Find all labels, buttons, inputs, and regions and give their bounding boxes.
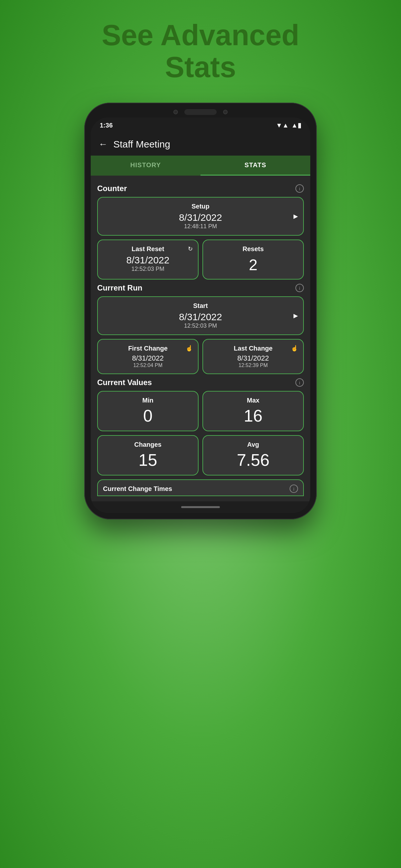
avg-label: Avg [208, 441, 298, 448]
tab-bar: HISTORY STATS [91, 156, 310, 176]
min-label: Min [103, 397, 193, 404]
max-label: Max [208, 397, 298, 404]
first-change-label: First Change [103, 345, 193, 352]
phone-speaker [184, 109, 217, 115]
headline-line1: See Advanced [102, 19, 299, 51]
min-value: 0 [103, 406, 193, 426]
last-change-time: 12:52:39 PM [208, 363, 298, 368]
last-reset-card[interactable]: ↻ Last Reset 8/31/2022 12:52:03 PM [97, 240, 198, 280]
current-change-times-partial: Current Change Times i [97, 479, 304, 496]
current-run-info-icon[interactable]: i [296, 284, 304, 292]
current-values-section-header: Current Values i [97, 378, 304, 387]
status-icons: ▼▲ ▲▮ [276, 121, 301, 129]
phone-screen: 1:36 ▼▲ ▲▮ ← Staff Meeting HISTORY STATS [91, 118, 310, 513]
setup-arrow-icon: ▶ [294, 213, 298, 220]
setup-time: 12:48:11 PM [103, 223, 298, 230]
back-button[interactable]: ← [98, 139, 107, 150]
start-label: Start [103, 302, 298, 310]
current-change-times-info-icon[interactable]: i [289, 485, 298, 493]
changes-avg-row: Changes 15 Avg 7.56 [97, 435, 304, 475]
last-reset-label: Last Reset [103, 245, 193, 253]
camera-dot-right [223, 110, 227, 114]
tab-stats[interactable]: STATS [201, 156, 310, 176]
reset-icon: ↻ [188, 245, 193, 252]
min-card[interactable]: Min 0 [97, 391, 198, 431]
current-change-times-label: Current Change Times [103, 485, 172, 493]
avg-card[interactable]: Avg 7.56 [203, 435, 304, 475]
start-time: 12:52:03 PM [103, 322, 298, 329]
last-reset-date: 8/31/2022 [103, 255, 193, 266]
current-run-section-header: Current Run i [97, 283, 304, 292]
phone-home-bar [91, 501, 310, 513]
page-headline: See Advanced Stats [76, 19, 325, 83]
reset-row: ↻ Last Reset 8/31/2022 12:52:03 PM Reset… [97, 240, 304, 280]
setup-card[interactable]: ▶ Setup 8/31/2022 12:48:11 PM [97, 197, 304, 236]
tab-history[interactable]: HISTORY [91, 156, 201, 176]
first-change-time: 12:52:04 PM [103, 363, 193, 368]
counter-section-header: Counter i [97, 184, 304, 193]
last-change-icon: ☝ [291, 345, 298, 352]
change-row: ☝ First Change 8/31/2022 12:52:04 PM ☝ L… [97, 339, 304, 374]
first-change-card[interactable]: ☝ First Change 8/31/2022 12:52:04 PM [97, 339, 198, 374]
first-change-icon: ☝ [186, 345, 193, 352]
resets-card[interactable]: Resets 2 [203, 240, 304, 280]
status-time: 1:36 [100, 122, 113, 129]
start-date: 8/31/2022 [103, 311, 298, 322]
home-bar-line [181, 506, 220, 508]
resets-label: Resets [208, 245, 298, 253]
start-card[interactable]: ▶ Start 8/31/2022 12:52:03 PM [97, 296, 304, 335]
content-area: Counter i ▶ Setup 8/31/2022 12:48:11 PM … [91, 176, 310, 501]
last-change-label: Last Change [208, 345, 298, 352]
app-title: Staff Meeting [113, 139, 170, 150]
counter-title: Counter [97, 184, 127, 193]
current-values-info-icon[interactable]: i [296, 378, 304, 387]
setup-date: 8/31/2022 [103, 212, 298, 223]
headline-line2: Stats [165, 51, 236, 83]
first-change-date: 8/31/2022 [103, 354, 193, 363]
current-values-title: Current Values [97, 378, 152, 387]
changes-card[interactable]: Changes 15 [97, 435, 198, 475]
max-card[interactable]: Max 16 [203, 391, 304, 431]
start-arrow-icon: ▶ [294, 312, 298, 319]
wifi-icon: ▼▲ [276, 122, 289, 129]
camera-dot-left [174, 110, 178, 114]
current-run-title: Current Run [97, 283, 143, 292]
counter-info-icon[interactable]: i [296, 184, 304, 193]
phone-mockup: 1:36 ▼▲ ▲▮ ← Staff Meeting HISTORY STATS [84, 103, 317, 519]
min-max-row: Min 0 Max 16 [97, 391, 304, 431]
last-change-card[interactable]: ☝ Last Change 8/31/2022 12:52:39 PM [203, 339, 304, 374]
phone-top-bar [91, 109, 310, 115]
changes-value: 15 [103, 450, 193, 470]
last-reset-time: 12:52:03 PM [103, 266, 193, 273]
signal-icon: ▲▮ [291, 121, 301, 129]
changes-label: Changes [103, 441, 193, 448]
app-header: ← Staff Meeting [91, 133, 310, 156]
setup-label: Setup [103, 203, 298, 210]
resets-value: 2 [208, 256, 298, 274]
status-bar: 1:36 ▼▲ ▲▮ [91, 118, 310, 133]
max-value: 16 [208, 406, 298, 426]
avg-value: 7.56 [208, 450, 298, 470]
last-change-date: 8/31/2022 [208, 354, 298, 363]
